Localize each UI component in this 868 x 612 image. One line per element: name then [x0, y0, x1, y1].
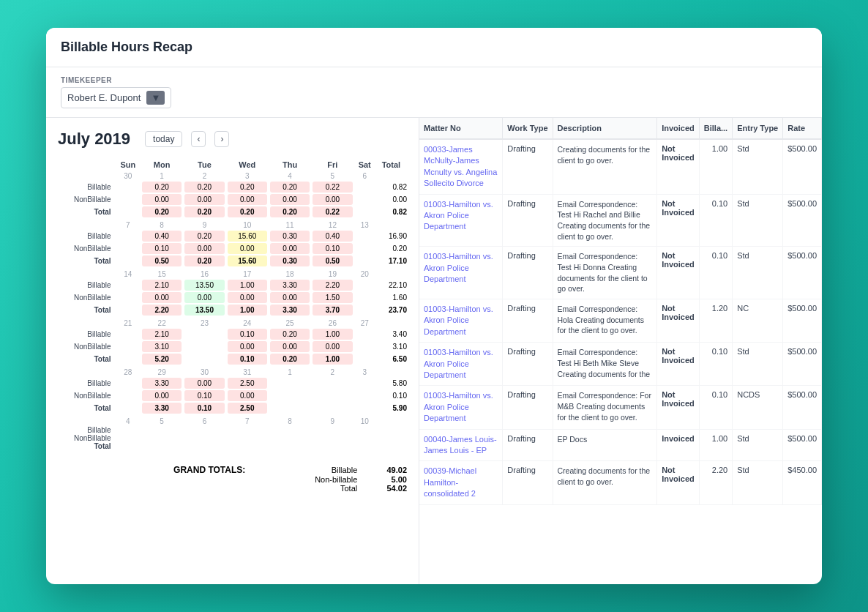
timekeeper-select[interactable]: Robert E. Dupont ▼ [61, 87, 171, 108]
description-cell: Email Correspondence: Hola Creating docu… [553, 299, 657, 343]
matter-cell[interactable]: 00033-James McNulty-James Mcnulty vs. An… [419, 139, 503, 194]
matter-cell[interactable]: 01003-Hamilton vs. Akron Police Departme… [419, 386, 503, 429]
day-cell: 2.10 [141, 279, 183, 291]
date-cell: 24 [226, 319, 269, 328]
date-cell: 26 [311, 319, 353, 328]
day-cell: 0.00 [183, 291, 225, 304]
day-cell [311, 402, 353, 414]
invoiced-cell: NotInvoiced [657, 247, 700, 299]
day-cell: 0.00 [183, 377, 225, 389]
day-cell [311, 434, 353, 442]
day-cell: 0.50 [141, 255, 183, 267]
day-cell: 0.20 [141, 206, 183, 218]
work-type-cell: Drafting [503, 194, 553, 247]
matter-cell[interactable]: 00040-James Louis-James Louis - EP [419, 429, 503, 461]
day-cell [354, 255, 375, 267]
day-cell: 1.00 [311, 353, 353, 365]
week-total: 3.10 [375, 340, 407, 353]
entry-type-cell: Std [733, 461, 783, 504]
day-cell [116, 206, 141, 218]
today-button[interactable]: today [145, 131, 182, 147]
entries-table: Matter No Work Type Description Invoiced… [419, 118, 822, 505]
day-cell: 3.30 [141, 402, 183, 414]
date-cell: 22 [141, 319, 183, 328]
day-cell: 1.00 [311, 328, 353, 340]
matter-cell[interactable]: 01003-Hamilton vs. Akron Police Departme… [419, 247, 503, 299]
matter-cell[interactable]: 00039-Michael Hamilton-consolidated 2 [419, 461, 503, 504]
calendar-table: Sun Mon Tue Wed Thu Fri Sat Total 301234… [58, 157, 407, 453]
day-cell [183, 426, 225, 434]
day-cell [354, 340, 375, 353]
matter-cell[interactable]: 01003-Hamilton vs. Akron Police Departme… [419, 299, 503, 343]
invoiced-cell: NotInvoiced [657, 343, 700, 386]
row-label: Total [58, 353, 116, 365]
day-cell [183, 328, 225, 340]
billable-cell: 0.10 [699, 343, 732, 386]
matter-cell[interactable]: 01003-Hamilton vs. Akron Police Departme… [419, 194, 503, 247]
day-cell: 0.22 [311, 181, 353, 193]
billable-label: Billable [252, 459, 357, 475]
total-row: Total 54.02 [58, 484, 407, 493]
week-total: 22.10 [375, 279, 407, 291]
rate-cell: $500.00 [783, 139, 822, 194]
date-cell: 1 [269, 368, 311, 377]
day-cell: 0.20 [141, 181, 183, 193]
day-cell [354, 291, 375, 304]
day-cell: 2.50 [226, 402, 269, 414]
billable-cell: 1.00 [699, 429, 732, 461]
day-cell: 2.10 [141, 328, 183, 340]
date-cell: 6 [354, 172, 375, 181]
row-label: NonBillable [58, 291, 116, 304]
date-cell: 29 [141, 368, 183, 377]
date-cell: 7 [226, 417, 269, 426]
col-thu: Thu [269, 157, 311, 172]
row-label: Total [58, 304, 116, 316]
description-cell: Email Correspondence: For M&B Creating d… [553, 386, 657, 429]
day-cell: 0.00 [183, 193, 225, 206]
matter-cell[interactable]: 01003-Hamilton vs. Akron Police Departme… [419, 343, 503, 386]
week-total: 0.10 [375, 389, 407, 402]
day-cell: 0.10 [311, 242, 353, 255]
week-total [375, 426, 407, 434]
week-total: 5.80 [375, 377, 407, 389]
next-button[interactable]: › [214, 131, 229, 147]
day-cell [354, 181, 375, 193]
col-wed: Wed [226, 157, 269, 172]
table-row: 01003-Hamilton vs. Akron Police Departme… [419, 343, 822, 386]
table-row: NonBillable0.000.000.000.000.000.00 [58, 193, 407, 206]
day-cell: 0.50 [311, 255, 353, 267]
day-cell [183, 442, 225, 450]
day-cell [116, 230, 141, 242]
date-cell: 11 [269, 221, 311, 230]
col-rate: Rate [783, 118, 822, 139]
date-row-1: 78910111213 [58, 221, 407, 230]
day-cell [269, 426, 311, 434]
description-cell: Creating documents for the client to go … [553, 461, 657, 504]
row-label: NonBillable [58, 242, 116, 255]
row-label: Billable [58, 279, 116, 291]
invoiced-cell: NotInvoiced [657, 139, 700, 194]
day-cell [354, 389, 375, 402]
day-cell [116, 255, 141, 267]
date-cell: 17 [226, 270, 269, 279]
date-cell: 23 [183, 319, 225, 328]
day-cell [116, 353, 141, 365]
date-cell: 20 [354, 270, 375, 279]
day-cell [311, 389, 353, 402]
table-row: Billable2.100.100.201.003.40 [58, 328, 407, 340]
day-cell [116, 426, 141, 434]
table-row: NonBillable0.000.100.000.10 [58, 389, 407, 402]
prev-button[interactable]: ‹ [191, 131, 206, 147]
date-cell: 9 [311, 417, 353, 426]
date-row-0: 30123456 [58, 172, 407, 181]
day-cell [116, 242, 141, 255]
date-cell: 7 [116, 221, 141, 230]
grand-totals-row: GRAND TOTALS: Billable 49.02 [58, 459, 407, 475]
week-total: 3.40 [375, 328, 407, 340]
day-cell: 0.20 [226, 181, 269, 193]
day-cell: 0.00 [226, 291, 269, 304]
timekeeper-label: TIMEKEEPER [61, 76, 807, 84]
invoiced-cell: NotInvoiced [657, 461, 700, 504]
table-row: Total5.200.100.201.006.50 [58, 353, 407, 365]
nonbillable-row: Non-billable 5.00 [58, 475, 407, 484]
